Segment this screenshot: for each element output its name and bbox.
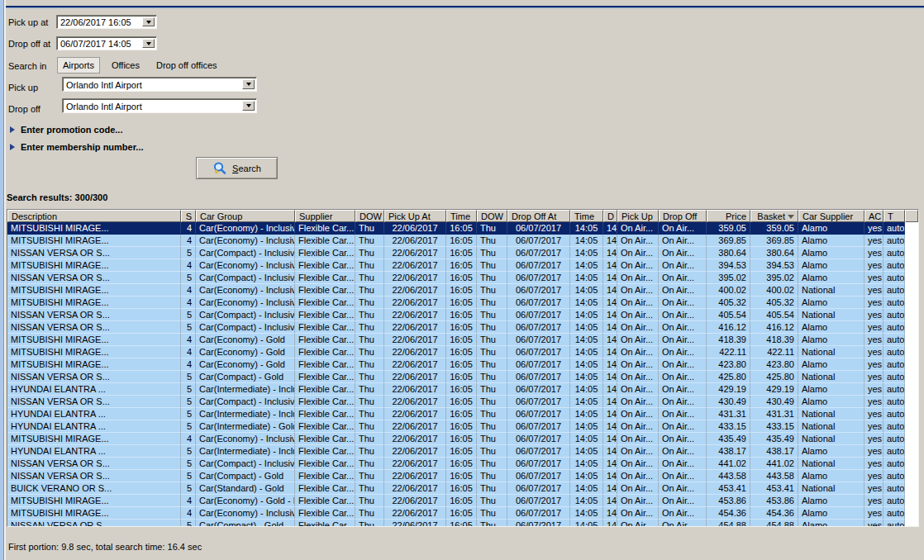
cell[interactable]: 06/07/2017: [507, 495, 570, 507]
cell[interactable]: 16:05: [446, 222, 477, 235]
cell[interactable]: 14:05: [570, 482, 603, 495]
cell[interactable]: auto: [884, 297, 905, 309]
cell[interactable]: 5: [181, 272, 196, 284]
cell[interactable]: 06/07/2017: [507, 420, 570, 433]
cell[interactable]: 14:05: [570, 396, 603, 408]
cell[interactable]: 16:05: [446, 321, 477, 334]
cell[interactable]: 16:05: [446, 358, 477, 371]
cell[interactable]: 4: [181, 433, 196, 445]
cell[interactable]: 14:05: [570, 445, 603, 458]
cell[interactable]: On Air...: [659, 445, 707, 458]
cell[interactable]: On Air...: [617, 458, 659, 470]
cell[interactable]: Flexible Car...: [295, 334, 355, 346]
cell[interactable]: National: [798, 420, 864, 433]
cell[interactable]: yes: [864, 284, 884, 297]
cell[interactable]: Car(Economy) - Inclusive - Plus Exces...: [196, 297, 295, 309]
cell[interactable]: Car(Economy) - Inclusive GPS: [196, 507, 295, 520]
cell[interactable]: Thu: [355, 408, 384, 420]
cell[interactable]: yes: [864, 259, 884, 272]
cell[interactable]: Flexible Car...: [295, 346, 355, 358]
table-row[interactable]: MITSUBISHI MIRAGE...4Car(Economy) - Gold…: [7, 358, 918, 371]
cell[interactable]: On Air...: [659, 358, 707, 371]
cell[interactable]: 22/06/2017: [384, 358, 446, 371]
cell[interactable]: auto: [884, 433, 905, 445]
cell[interactable]: Car(Compact) - Inclusive: [196, 272, 295, 284]
cell[interactable]: Thu: [477, 495, 507, 507]
cell[interactable]: 369.85: [707, 235, 750, 247]
cell[interactable]: Alamo: [798, 222, 864, 235]
cell[interactable]: 06/07/2017: [507, 346, 570, 358]
cell[interactable]: HYUNDAI ELANTRA ...: [7, 445, 181, 458]
cell[interactable]: 06/07/2017: [507, 371, 570, 383]
cell[interactable]: Thu: [355, 309, 384, 321]
column-header-time[interactable]: Time: [446, 210, 477, 222]
table-row[interactable]: MITSUBISHI MIRAGE...4Car(Economy) - Gold…: [7, 334, 918, 346]
cell[interactable]: 22/06/2017: [384, 396, 446, 408]
cell[interactable]: Alamo: [798, 520, 864, 527]
cell[interactable]: 22/06/2017: [384, 247, 446, 259]
cell[interactable]: 425.80: [707, 371, 750, 383]
table-row[interactable]: MITSUBISHI MIRAGE...4Car(Economy) - Incl…: [7, 259, 918, 272]
cell[interactable]: On Air...: [659, 321, 707, 334]
cell[interactable]: 14:05: [570, 470, 603, 482]
cell[interactable]: yes: [864, 297, 884, 309]
cell[interactable]: yes: [864, 458, 884, 470]
cell[interactable]: 16:05: [446, 482, 477, 495]
cell[interactable]: 06/07/2017: [507, 520, 570, 527]
tab-airports[interactable]: Airports: [57, 57, 100, 74]
cell[interactable]: 5: [181, 445, 196, 458]
cell[interactable]: Thu: [477, 309, 507, 321]
cell[interactable]: Thu: [477, 297, 507, 309]
cell[interactable]: 22/06/2017: [384, 482, 446, 495]
cell[interactable]: 5: [181, 247, 196, 259]
cell[interactable]: On Air...: [617, 520, 659, 527]
cell[interactable]: MITSUBISHI MIRAGE...: [7, 433, 181, 445]
cell[interactable]: 14: [603, 507, 617, 520]
cell[interactable]: 380.64: [750, 247, 798, 259]
cell[interactable]: On Air...: [617, 284, 659, 297]
cell[interactable]: yes: [864, 396, 884, 408]
cell[interactable]: 405.32: [750, 297, 798, 309]
cell[interactable]: NISSAN VERSA OR S...: [7, 396, 181, 408]
column-header-dow[interactable]: DOW: [355, 210, 384, 222]
table-row[interactable]: MITSUBISHI MIRAGE...4Car(Economy) - Incl…: [7, 507, 918, 520]
column-header-basket[interactable]: Basket: [750, 210, 798, 222]
cell[interactable]: 433.15: [707, 420, 750, 433]
cell[interactable]: 22/06/2017: [384, 284, 446, 297]
cell[interactable]: 14: [603, 321, 617, 334]
cell[interactable]: 14:05: [570, 358, 603, 371]
cell[interactable]: 14:05: [570, 458, 603, 470]
cell[interactable]: 22/06/2017: [384, 321, 446, 334]
column-header-pick-up[interactable]: Pick Up: [617, 210, 659, 222]
cell[interactable]: Thu: [477, 346, 507, 358]
cell[interactable]: 16:05: [446, 259, 477, 272]
cell[interactable]: 430.49: [750, 396, 798, 408]
cell[interactable]: yes: [864, 445, 884, 458]
cell[interactable]: National: [798, 284, 864, 297]
cell[interactable]: Flexible Car...: [295, 371, 355, 383]
cell[interactable]: 06/07/2017: [507, 297, 570, 309]
cell[interactable]: Thu: [477, 222, 507, 235]
column-header-price[interactable]: Price: [707, 210, 750, 222]
cell[interactable]: 5: [181, 309, 196, 321]
table-row[interactable]: MITSUBISHI MIRAGE...4Car(Economy) - Gold…: [7, 346, 918, 358]
cell[interactable]: 16:05: [446, 371, 477, 383]
cell[interactable]: auto: [884, 321, 905, 334]
cell[interactable]: 14:05: [570, 408, 603, 420]
cell[interactable]: On Air...: [659, 458, 707, 470]
cell[interactable]: 416.12: [707, 321, 750, 334]
cell[interactable]: Thu: [355, 358, 384, 371]
cell[interactable]: Thu: [355, 445, 384, 458]
cell[interactable]: BUICK VERANO OR S...: [7, 482, 181, 495]
cell[interactable]: Flexible Car...: [295, 297, 355, 309]
cell[interactable]: On Air...: [659, 334, 707, 346]
column-header-car-supplier[interactable]: Car Supplier: [798, 210, 864, 222]
cell[interactable]: 5: [181, 383, 196, 396]
cell[interactable]: Alamo: [798, 470, 864, 482]
cell[interactable]: On Air...: [659, 297, 707, 309]
cell[interactable]: auto: [884, 259, 905, 272]
cell[interactable]: 443.58: [750, 470, 798, 482]
cell[interactable]: 400.02: [750, 284, 798, 297]
cell[interactable]: 5: [181, 420, 196, 433]
table-row[interactable]: NISSAN VERSA OR S...5Car(Compact) - Gold…: [7, 520, 918, 527]
